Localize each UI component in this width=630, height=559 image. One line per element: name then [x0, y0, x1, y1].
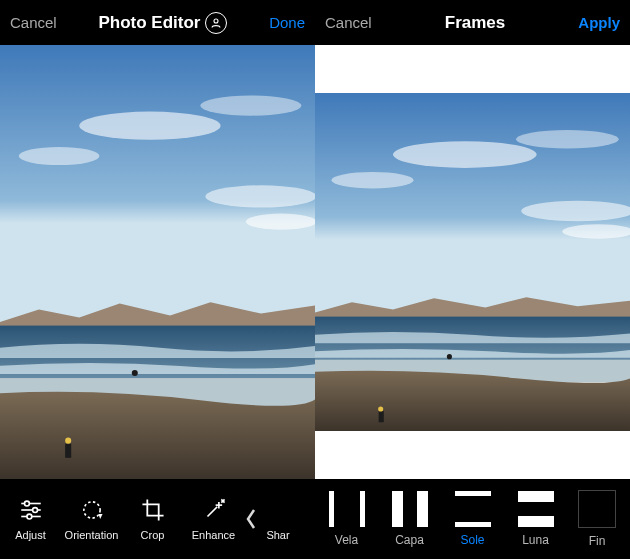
frame-sole-label: Sole [460, 533, 484, 547]
crop-icon [140, 497, 166, 523]
done-button[interactable]: Done [269, 14, 305, 31]
tool-orientation[interactable]: Orientation [61, 479, 122, 559]
svg-rect-10 [65, 444, 71, 458]
svg-point-25 [393, 141, 537, 168]
tool-adjust[interactable]: Adjust [0, 479, 61, 559]
framed-photo-container [315, 45, 630, 479]
frames-title: Frames [445, 13, 505, 33]
svg-point-11 [65, 438, 71, 444]
svg-point-4 [19, 147, 100, 165]
frame-fine[interactable]: Fin [567, 479, 627, 559]
frame-vela-thumb [329, 491, 365, 527]
editor-canvas[interactable] [0, 45, 315, 479]
svg-point-26 [516, 130, 619, 148]
frame-sole[interactable]: Sole [441, 479, 504, 559]
svg-point-15 [32, 508, 37, 513]
frames-options: Vela Capa Sole [315, 479, 630, 559]
tool-orientation-label: Orientation [65, 529, 119, 541]
svg-point-32 [447, 354, 452, 359]
frames-canvas[interactable] [315, 45, 630, 479]
tool-sharpen[interactable]: Shar [258, 479, 298, 559]
tool-crop-label: Crop [141, 529, 165, 541]
frame-luna-label: Luna [522, 533, 549, 547]
frames-photo [315, 93, 630, 432]
frames-title-label: Frames [445, 13, 505, 33]
wand-icon [201, 497, 227, 523]
editor-toolbar: Cancel Photo Editor Done [0, 0, 315, 45]
sliders-icon [18, 497, 44, 523]
editor-tools: Adjust Orientation Crop [0, 479, 315, 559]
apply-button[interactable]: Apply [578, 14, 620, 31]
user-icon[interactable] [205, 12, 227, 34]
tool-crop[interactable]: Crop [122, 479, 183, 559]
svg-point-18 [83, 502, 99, 518]
tool-enhance[interactable]: Enhance [183, 479, 244, 559]
frame-capa-label: Capa [395, 533, 424, 547]
tool-enhance-label: Enhance [192, 529, 235, 541]
frame-vela[interactable]: Vela [315, 479, 378, 559]
frame-luna-thumb [518, 491, 554, 527]
svg-point-5 [205, 185, 315, 207]
frames-toolbar: Cancel Frames Apply [315, 0, 630, 45]
svg-point-17 [26, 514, 31, 519]
svg-point-2 [79, 112, 220, 140]
frames-cancel-button[interactable]: Cancel [325, 14, 372, 31]
svg-rect-33 [379, 411, 384, 422]
frame-luna[interactable]: Luna [504, 479, 567, 559]
editor-title-label: Photo Editor [98, 13, 200, 33]
rotate-icon [79, 497, 105, 523]
frame-fine-thumb [578, 490, 616, 528]
editor-photo [0, 45, 315, 479]
svg-point-34 [378, 406, 383, 411]
tool-adjust-label: Adjust [15, 529, 46, 541]
svg-point-28 [521, 200, 630, 221]
frame-capa[interactable]: Capa [378, 479, 441, 559]
svg-point-27 [331, 172, 413, 188]
tool-sharpen-label: Shar [266, 529, 289, 541]
svg-point-0 [214, 19, 218, 23]
frame-vela-label: Vela [335, 533, 358, 547]
tools-more-chevron[interactable] [244, 479, 258, 559]
frame-sole-thumb [455, 491, 491, 527]
cancel-button[interactable]: Cancel [10, 14, 57, 31]
chevron-left-icon [245, 506, 257, 532]
svg-point-6 [246, 214, 315, 230]
editor-title: Photo Editor [98, 12, 227, 34]
frame-fine-label: Fin [589, 534, 606, 548]
frame-capa-thumb [392, 491, 428, 527]
frames-pane: Cancel Frames Apply [315, 0, 630, 559]
svg-point-9 [132, 370, 138, 376]
svg-point-13 [24, 501, 29, 506]
svg-point-3 [200, 95, 301, 115]
svg-line-19 [207, 507, 217, 517]
editor-pane: Cancel Photo Editor Done [0, 0, 315, 559]
